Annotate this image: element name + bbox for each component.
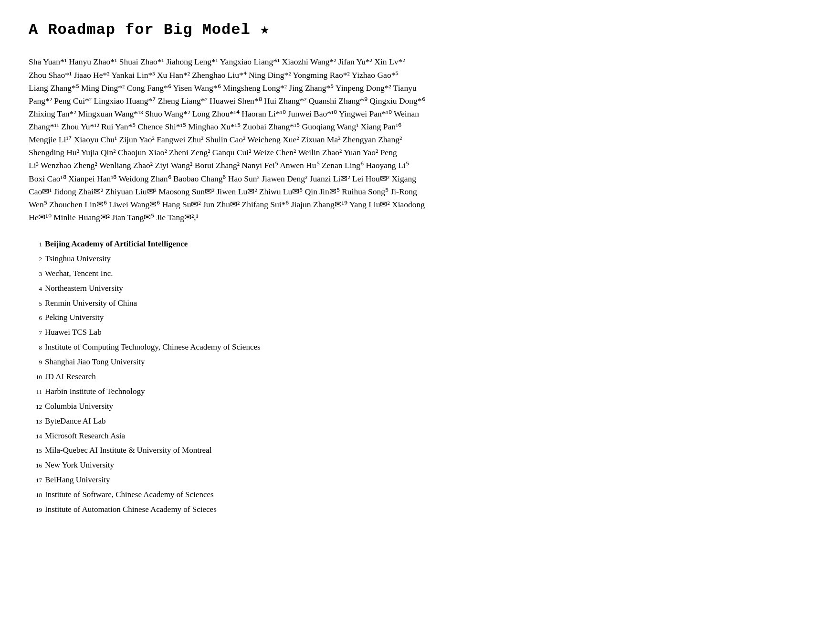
author-line: Li³ Wenzhao Zheng² Wenliang Zhao² Ziyi W… <box>29 159 811 172</box>
affiliation-row: 18Institute of Software, Chinese Academy… <box>29 488 811 502</box>
affiliation-name: JD AI Research <box>45 370 96 384</box>
affiliation-row: 15Mila-Quebec AI Institute & University … <box>29 444 811 457</box>
author-line: Cao✉¹ Jidong Zhai✉² Zhiyuan Liu✉² Maoson… <box>29 185 811 198</box>
affiliation-row: 17BeiHang University <box>29 473 811 487</box>
affiliation-row: 11Harbin Institute of Technology <box>29 385 811 399</box>
affiliation-row: 3Wechat, Tencent Inc. <box>29 267 811 281</box>
affiliation-name: Huawei TCS Lab <box>45 326 102 340</box>
affiliation-number: 5 <box>29 298 42 309</box>
author-line: Zhang*¹¹ Zhou Yu*¹² Rui Yan*⁵ Chence Shi… <box>29 120 811 133</box>
affiliation-name: Mila-Quebec AI Institute & University of… <box>45 444 211 457</box>
affiliation-name: Tsinghua University <box>45 252 111 266</box>
author-line: Liang Zhang*⁵ Ming Ding*² Cong Fang*⁶ Yi… <box>29 82 811 95</box>
affiliation-row: 6Peking University <box>29 311 811 325</box>
affiliation-number: 18 <box>29 490 42 500</box>
affiliation-number: 2 <box>29 254 42 265</box>
affiliation-number: 12 <box>29 402 42 412</box>
affiliation-number: 4 <box>29 284 42 294</box>
author-line: Zhixing Tan*² Mingxuan Wang*¹³ Shuo Wang… <box>29 107 811 120</box>
affiliation-row: 9Shanghai Jiao Tong University <box>29 355 811 369</box>
affiliation-row: 8Institute of Computing Technology, Chin… <box>29 340 811 354</box>
author-line: Pang*² Peng Cui*² Lingxiao Huang*⁷ Zheng… <box>29 95 811 107</box>
author-line: Mengjie Li¹⁷ Xiaoyu Chu¹ Zijun Yao² Fang… <box>29 133 811 146</box>
affiliation-name: Institute of Computing Technology, Chine… <box>45 340 261 354</box>
affiliation-name: ByteDance AI Lab <box>45 415 105 428</box>
affiliation-name: New York University <box>45 458 114 472</box>
affiliation-row: 14Microsoft Research Asia <box>29 429 811 443</box>
affiliation-name: Shanghai Jiao Tong University <box>45 355 145 369</box>
affiliation-number: 13 <box>29 416 42 427</box>
page-title: A Roadmap for Big Model ★ <box>29 19 811 41</box>
affiliation-number: 1 <box>29 239 42 250</box>
affiliation-number: 8 <box>29 342 42 353</box>
affiliation-row: 4Northeastern University <box>29 282 811 296</box>
affiliation-number: 7 <box>29 328 42 338</box>
affiliation-number: 19 <box>29 505 42 515</box>
affiliation-name: Renmin University of China <box>45 297 137 310</box>
affiliation-row: 12Columbia University <box>29 400 811 414</box>
affiliation-row: 1Beijing Academy of Artificial Intellige… <box>29 237 811 251</box>
affiliation-row: 7Huawei TCS Lab <box>29 326 811 340</box>
affiliation-name: Beijing Academy of Artificial Intelligen… <box>45 237 188 251</box>
affiliation-row: 16New York University <box>29 458 811 472</box>
affiliations-block: 1Beijing Academy of Artificial Intellige… <box>29 237 811 517</box>
affiliation-name: Microsoft Research Asia <box>45 429 125 443</box>
affiliation-name: Northeastern University <box>45 282 123 296</box>
affiliation-row: 13ByteDance AI Lab <box>29 415 811 428</box>
affiliation-name: Institute of Automation Chinese Academy … <box>45 503 217 517</box>
author-line: Shengding Hu² Yujia Qin² Chaojun Xiao² Z… <box>29 146 811 159</box>
author-line: Zhou Shao*¹ Jiaao He*² Yankai Lin*³ Xu H… <box>29 69 811 82</box>
affiliation-row: 10JD AI Research <box>29 370 811 384</box>
affiliation-name: BeiHang University <box>45 473 110 487</box>
affiliation-number: 16 <box>29 460 42 471</box>
author-line: Sha Yuan*¹ Hanyu Zhao*¹ Shuai Zhao*¹ Jia… <box>29 55 811 68</box>
authors-block: Sha Yuan*¹ Hanyu Zhao*¹ Shuai Zhao*¹ Jia… <box>29 55 811 224</box>
affiliation-name: Peking University <box>45 311 104 325</box>
affiliation-row: 5Renmin University of China <box>29 297 811 310</box>
affiliation-number: 6 <box>29 313 42 323</box>
affiliation-number: 15 <box>29 446 42 456</box>
affiliation-number: 9 <box>29 357 42 368</box>
affiliation-row: 19Institute of Automation Chinese Academ… <box>29 503 811 517</box>
author-line: He✉¹⁰ Minlie Huang✉² Jian Tang✉⁵ Jie Tan… <box>29 211 811 224</box>
affiliation-name: Institute of Software, Chinese Academy o… <box>45 488 214 502</box>
author-line: Wen⁵ Zhouchen Lin✉⁶ Liwei Wang✉⁶ Hang Su… <box>29 198 811 211</box>
affiliation-number: 3 <box>29 269 42 279</box>
author-line: Boxi Cao¹⁸ Xianpei Han¹⁸ Weidong Zhan⁶ B… <box>29 172 811 185</box>
affiliation-name: Wechat, Tencent Inc. <box>45 267 113 281</box>
affiliation-name: Harbin Institute of Technology <box>45 385 145 399</box>
affiliation-number: 10 <box>29 372 42 383</box>
affiliation-number: 11 <box>29 387 42 397</box>
affiliation-number: 17 <box>29 475 42 486</box>
affiliation-number: 14 <box>29 431 42 442</box>
affiliation-name: Columbia University <box>45 400 113 414</box>
affiliation-row: 2Tsinghua University <box>29 252 811 266</box>
